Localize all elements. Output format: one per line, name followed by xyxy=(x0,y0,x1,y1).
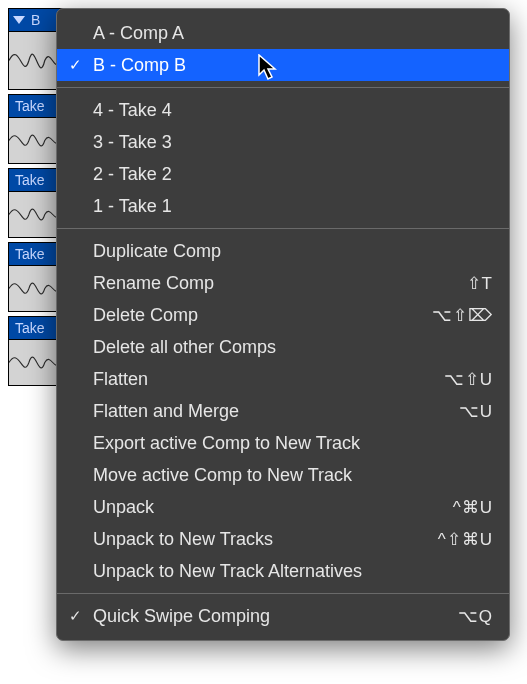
menu-item-label: Unpack xyxy=(93,497,453,518)
disclosure-triangle-icon[interactable] xyxy=(13,16,25,24)
menu-item-label: 3 - Take 3 xyxy=(93,132,493,153)
menu-item-action[interactable]: Duplicate Comp xyxy=(57,235,509,267)
take-lane-label: Take xyxy=(15,98,45,114)
menu-item-action[interactable]: Delete Comp⌥⇧⌦ xyxy=(57,299,509,331)
menu-item-action[interactable]: Unpack^⌘U xyxy=(57,491,509,523)
menu-item-shortcut: ⌥U xyxy=(459,401,493,422)
menu-item-action[interactable]: Flatten and Merge⌥U xyxy=(57,395,509,427)
menu-item-label: Move active Comp to New Track xyxy=(93,465,493,486)
checkmark-icon: ✓ xyxy=(57,607,93,625)
take-folder-context-menu: A - Comp A✓B - Comp B 4 - Take 43 - Take… xyxy=(56,8,510,641)
menu-separator xyxy=(57,87,509,88)
menu-item-label: Unpack to New Tracks xyxy=(93,529,438,550)
checkmark-icon: ✓ xyxy=(57,56,93,74)
menu-item-quick-swipe-comping[interactable]: ✓ Quick Swipe Comping ⌥Q xyxy=(57,600,509,632)
menu-item-shortcut: ⌥⇧⌦ xyxy=(432,305,493,326)
menu-item-take[interactable]: 2 - Take 2 xyxy=(57,158,509,190)
menu-item-label: 1 - Take 1 xyxy=(93,196,493,217)
menu-item-label: Export active Comp to New Track xyxy=(93,433,493,454)
menu-item-take[interactable]: 4 - Take 4 xyxy=(57,94,509,126)
menu-item-shortcut: ⌥⇧U xyxy=(444,369,493,390)
menu-item-shortcut: ^⇧⌘U xyxy=(438,529,493,550)
menu-item-label: B - Comp B xyxy=(93,55,493,76)
menu-item-action[interactable]: Flatten⌥⇧U xyxy=(57,363,509,395)
menu-item-action[interactable]: Move active Comp to New Track xyxy=(57,459,509,491)
menu-item-shortcut: ⌥Q xyxy=(458,606,493,627)
menu-separator xyxy=(57,228,509,229)
menu-item-label: Flatten xyxy=(93,369,444,390)
menu-item-label: Unpack to New Track Alternatives xyxy=(93,561,493,582)
menu-item-label: Flatten and Merge xyxy=(93,401,459,422)
menu-item-label: A - Comp A xyxy=(93,23,493,44)
menu-item-comp[interactable]: A - Comp A xyxy=(57,17,509,49)
menu-item-action[interactable]: Rename Comp⇧T xyxy=(57,267,509,299)
menu-item-action[interactable]: Export active Comp to New Track xyxy=(57,427,509,459)
menu-item-label: Delete all other Comps xyxy=(93,337,493,358)
menu-item-comp[interactable]: ✓B - Comp B xyxy=(57,49,509,81)
menu-item-shortcut: ^⌘U xyxy=(453,497,493,518)
menu-item-shortcut: ⇧T xyxy=(467,273,493,294)
take-lane-label: Take xyxy=(15,246,45,262)
menu-item-take[interactable]: 1 - Take 1 xyxy=(57,190,509,222)
take-lane-label: Take xyxy=(15,320,45,336)
menu-item-label: Rename Comp xyxy=(93,273,467,294)
menu-item-label: Quick Swipe Comping xyxy=(93,606,458,627)
menu-separator xyxy=(57,593,509,594)
menu-item-label: Delete Comp xyxy=(93,305,432,326)
menu-item-action[interactable]: Delete all other Comps xyxy=(57,331,509,363)
menu-item-take[interactable]: 3 - Take 3 xyxy=(57,126,509,158)
menu-item-label: Duplicate Comp xyxy=(93,241,493,262)
menu-item-action[interactable]: Unpack to New Track Alternatives xyxy=(57,555,509,587)
menu-item-label: 2 - Take 2 xyxy=(93,164,493,185)
comp-track-label: B xyxy=(31,12,40,28)
menu-item-label: 4 - Take 4 xyxy=(93,100,493,121)
menu-item-action[interactable]: Unpack to New Tracks^⇧⌘U xyxy=(57,523,509,555)
take-lane-label: Take xyxy=(15,172,45,188)
